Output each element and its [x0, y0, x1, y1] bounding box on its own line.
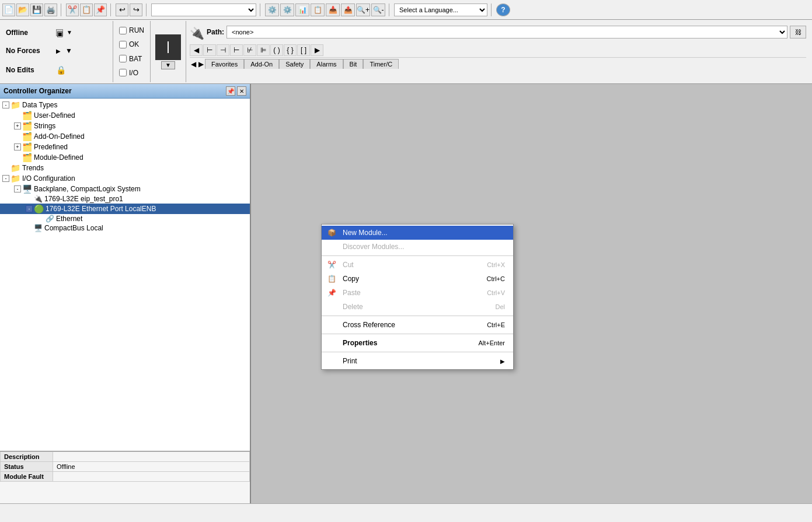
no-forces-sub-arrow[interactable]: ▼ — [65, 47, 72, 55]
tab-favorites[interactable]: Favorites — [205, 59, 244, 69]
offline-arrow[interactable]: ▼ — [67, 29, 72, 36]
ctx-paste[interactable]: 📌 Paste Ctrl+V — [322, 286, 513, 300]
path-browse-btn[interactable]: ⛓ — [790, 26, 806, 38]
bat-checkbox[interactable] — [119, 55, 127, 62]
nav-paren-close[interactable]: { } — [284, 44, 297, 56]
toggle-spacer-1 — [14, 112, 21, 119]
nav-bracket[interactable]: [ ] — [297, 44, 310, 56]
toggle-l32e-eth[interactable]: - — [26, 205, 33, 212]
tab-alarms[interactable]: Alarms — [310, 59, 343, 69]
tree-item-backplane[interactable]: - 🖥️ Backplane, CompactLogix System — [0, 184, 250, 194]
run-checkbox[interactable] — [119, 27, 127, 34]
nav-home[interactable]: ⊢ — [203, 44, 216, 56]
props-row-status: Status Offline — [1, 462, 250, 472]
offline-row: Offline ▣ ▼ — [6, 29, 109, 37]
tabs-left-arrow[interactable]: ◀ — [190, 60, 197, 68]
tree-item-trends[interactable]: 📁 Trends — [0, 163, 250, 173]
tree-item-ethernet[interactable]: 🔗 Ethernet — [0, 214, 250, 223]
ctx-shortcut-cut: Ctrl+X — [487, 261, 505, 268]
ctx-icon-new-module: 📦 — [327, 229, 336, 237]
save-btn[interactable]: 💾 — [30, 3, 43, 16]
rung-tool-5[interactable]: 📥 — [326, 3, 340, 16]
tree-item-io-config[interactable]: - 📁 I/O Configuration — [0, 173, 250, 184]
copy-btn[interactable]: 📋 — [80, 3, 93, 16]
organizer-close-btn[interactable]: ✕ — [237, 86, 246, 96]
icon-strings: 🗂️ — [22, 121, 32, 131]
ctx-shortcut-paste: Ctrl+V — [487, 289, 505, 296]
ctx-cross-ref[interactable]: Cross Reference Ctrl+E — [322, 318, 513, 332]
open-btn[interactable]: 📂 — [16, 3, 29, 16]
path-dropdown[interactable]: <none> — [226, 26, 787, 38]
ctx-properties[interactable]: Properties Alt+Enter — [322, 336, 513, 350]
label-backplane: Backplane, CompactLogix System — [34, 185, 141, 193]
language-dropdown[interactable]: Select a Language... — [394, 3, 487, 16]
nav-step-out[interactable]: ⊢ — [230, 44, 243, 56]
ctx-delete[interactable]: Delete Del — [322, 300, 513, 314]
toggle-spacer-7 — [26, 225, 33, 232]
tabs-right-arrow[interactable]: ▶ — [197, 60, 205, 68]
icon-predefined: 🗂️ — [22, 142, 32, 152]
nav-right[interactable]: ▶ — [311, 44, 323, 56]
lock-icon[interactable]: 🔒 — [56, 65, 66, 75]
rung-tool-3[interactable]: 📊 — [295, 3, 309, 16]
cut-btn[interactable]: ✂️ — [66, 3, 79, 16]
ctx-label-copy: Copy — [343, 275, 359, 283]
content-area: 📦 New Module... Discover Modules... ✂️ C… — [251, 84, 812, 503]
ctx-discover-modules[interactable]: Discover Modules... — [322, 240, 513, 254]
tree-item-data-types[interactable]: - 📁 Data Types — [0, 100, 250, 110]
tab-timer[interactable]: Timer/C — [363, 59, 399, 69]
path-row: Path: <none> ⛓ — [207, 26, 806, 41]
tab-addon[interactable]: Add-On — [244, 59, 279, 69]
organizer-pin-btn[interactable]: 📌 — [226, 86, 235, 96]
nav-left[interactable]: ◀ — [190, 44, 203, 56]
zoom-in[interactable]: 🔍+ — [356, 3, 370, 16]
ctx-copy[interactable]: 📋 Copy Ctrl+C — [322, 272, 513, 286]
print-btn[interactable]: 🖨️ — [44, 3, 57, 16]
toggle-backplane[interactable]: - — [14, 185, 21, 192]
edit-tools: ✂️ 📋 📌 — [66, 3, 111, 16]
tab-safety[interactable]: Safety — [279, 59, 310, 69]
rung-tool-4[interactable]: 📋 — [311, 3, 325, 16]
rung-tool-6[interactable]: 📤 — [341, 3, 355, 16]
offline-indicator[interactable]: ▣ — [56, 29, 63, 36]
no-edits-label: No Edits — [6, 66, 53, 74]
no-forces-arrow[interactable]: ▶ — [56, 48, 61, 54]
ctx-new-module[interactable]: 📦 New Module... — [322, 226, 513, 240]
status-checkboxes: RUN OK BAT I/O — [113, 21, 151, 82]
toggle-data-types[interactable]: - — [2, 101, 9, 108]
nav-tool2[interactable]: ⊫ — [257, 44, 270, 56]
mode-button[interactable]: ▼ — [161, 61, 175, 69]
icon-compactbus: 🖥️ — [34, 224, 43, 232]
nav-tool1[interactable]: ⊬ — [243, 44, 256, 56]
new-btn[interactable]: 📄 — [2, 3, 15, 16]
ctx-print[interactable]: Print ▶ — [322, 354, 513, 368]
nav-step-in[interactable]: ⊣ — [217, 44, 229, 56]
tree-item-user-defined[interactable]: 🗂️ User-Defined — [0, 110, 250, 121]
toggle-strings[interactable]: + — [14, 122, 21, 129]
tree-item-module-defined[interactable]: 🗂️ Module-Defined — [0, 152, 250, 163]
tree-item-compactbus[interactable]: 🖥️ CompactBus Local — [0, 223, 250, 233]
toggle-predefined[interactable]: + — [14, 143, 21, 150]
toggle-io-config[interactable]: - — [2, 175, 9, 182]
tree-item-l32e-eth[interactable]: - 🟢 1769-L32E Ethernet Port LocalENB — [0, 204, 250, 214]
tree-item-strings[interactable]: + 🗂️ Strings — [0, 121, 250, 131]
tree-item-predefined[interactable]: + 🗂️ Predefined — [0, 142, 250, 152]
rung-tool-2[interactable]: ⚙️ — [280, 3, 294, 16]
rung-tool-1[interactable]: ⚙️ — [265, 3, 279, 16]
undo-btn[interactable]: ↩ — [116, 3, 128, 16]
tree-item-l32e[interactable]: 🔌 1769-L32E eip_test_pro1 — [0, 194, 250, 204]
props-val-fault — [53, 472, 250, 482]
paste-btn[interactable]: 📌 — [94, 3, 107, 16]
routine-dropdown[interactable] — [151, 3, 256, 16]
io-checkbox[interactable] — [119, 69, 127, 76]
ok-checkbox[interactable] — [119, 41, 127, 48]
redo-btn[interactable]: ↪ — [130, 3, 142, 16]
controller-mode-box[interactable] — [155, 34, 181, 60]
logic-tools: ⚙️ ⚙️ 📊 📋 📥 📤 🔍+ 🔍- — [265, 3, 389, 16]
tab-bit[interactable]: Bit — [343, 59, 364, 69]
ctx-cut[interactable]: ✂️ Cut Ctrl+X — [322, 258, 513, 272]
help-btn[interactable]: ? — [496, 3, 510, 16]
tree-item-add-on-defined[interactable]: 🗂️ Add-On-Defined — [0, 131, 250, 142]
nav-paren-open[interactable]: ( ) — [270, 44, 283, 56]
zoom-out[interactable]: 🔍- — [371, 3, 385, 16]
